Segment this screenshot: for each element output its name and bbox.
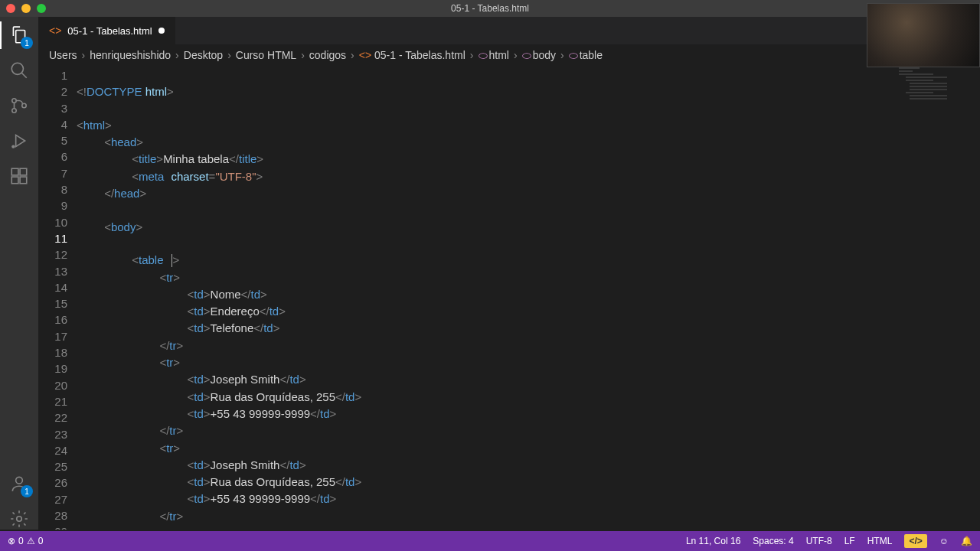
svg-point-4 (11, 145, 15, 148)
search-icon[interactable] (8, 60, 30, 81)
status-problems[interactable]: ⊗0 ⚠0 (8, 536, 43, 546)
svg-point-9 (16, 477, 23, 484)
svg-point-10 (17, 517, 22, 522)
status-bar: ⊗0 ⚠0 Ln 11, Col 16 Spaces: 4 UTF-8 LF H… (0, 531, 980, 551)
svg-rect-7 (11, 177, 18, 184)
title-bar: 05-1 - Tabelas.html (0, 0, 980, 17)
html-file-icon: <> (49, 24, 61, 37)
svg-point-1 (12, 99, 16, 103)
status-bell-icon[interactable]: 🔔 (961, 536, 972, 546)
window-title: 05-1 - Tabelas.html (451, 3, 529, 14)
maximize-window-button[interactable] (37, 4, 46, 13)
status-feedback-icon[interactable]: ☺ (939, 536, 949, 546)
tab-label: 05-1 - Tabelas.html (67, 25, 152, 37)
extensions-icon[interactable] (8, 165, 30, 187)
svg-rect-5 (11, 168, 18, 175)
warning-icon: ⚠ (27, 536, 35, 546)
account-badge: 1 (21, 485, 33, 497)
account-icon[interactable]: 1 (8, 473, 30, 494)
code-editor[interactable]: <!DOCTYPE html> <html> <head> <title>Min… (77, 66, 980, 530)
explorer-icon[interactable]: 1 (8, 24, 30, 46)
close-window-button[interactable] (6, 4, 15, 13)
status-eol[interactable]: LF (844, 536, 855, 546)
text-cursor (172, 254, 172, 267)
tab-bar: <> 05-1 - Tabelas.html (38, 17, 980, 44)
source-control-icon[interactable] (8, 95, 30, 116)
debug-icon[interactable] (8, 130, 30, 152)
svg-point-2 (12, 109, 16, 112)
svg-rect-8 (20, 177, 27, 184)
svg-point-3 (22, 103, 26, 107)
svg-point-0 (11, 63, 23, 74)
activity-bar: 1 1 (0, 17, 38, 530)
status-indentation[interactable]: Spaces: 4 (753, 536, 793, 546)
window-controls (6, 4, 46, 13)
explorer-badge: 1 (21, 37, 33, 49)
unsaved-indicator-icon (158, 28, 165, 34)
webcam-overlay (867, 3, 980, 67)
breadcrumb[interactable]: Users› henriqueshishido› Desktop› Curso … (38, 44, 980, 66)
status-language[interactable]: HTML (867, 536, 893, 546)
error-icon: ⊗ (8, 536, 15, 546)
settings-gear-icon[interactable] (8, 508, 30, 530)
line-gutter: 123 456 789 101112 131415 161718 192021 … (38, 66, 77, 530)
minimize-window-button[interactable] (21, 4, 31, 13)
status-encoding[interactable]: UTF-8 (806, 536, 832, 546)
svg-rect-6 (20, 168, 27, 175)
status-live-badge[interactable]: </> (904, 534, 926, 548)
tab-tabelas[interactable]: <> 05-1 - Tabelas.html (38, 17, 175, 44)
status-cursor[interactable]: Ln 11, Col 16 (686, 536, 740, 546)
minimap[interactable] (899, 66, 968, 127)
